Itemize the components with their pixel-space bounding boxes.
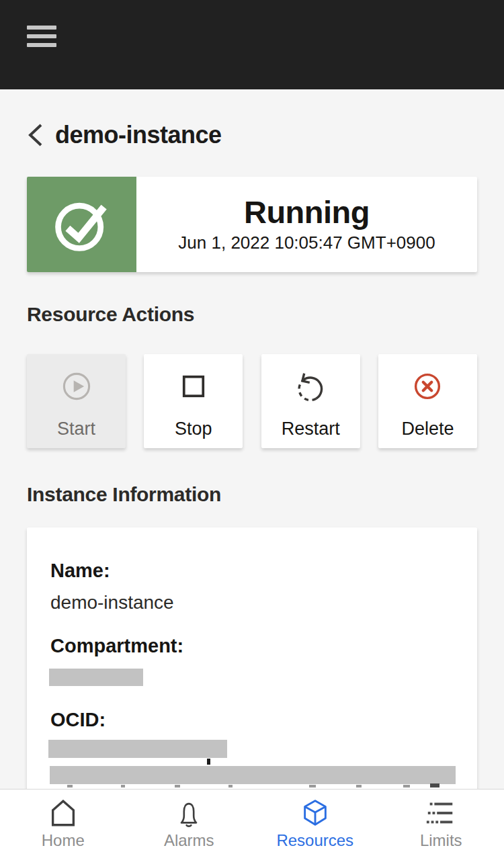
redacted-text-remnant bbox=[309, 785, 316, 787]
resource-actions-row: Start Stop Restart bbox=[27, 354, 477, 448]
stop-button[interactable]: Stop bbox=[144, 354, 243, 448]
ocid-redacted-value-bar bbox=[50, 766, 456, 784]
name-field-value: demo-instance bbox=[50, 592, 174, 613]
instance-information-heading: Instance Information bbox=[27, 483, 221, 506]
nav-item-limits[interactable]: Limits bbox=[378, 790, 504, 852]
instance-information-card: Name: demo-instance Compartment: OCID: bbox=[27, 527, 477, 796]
restart-button[interactable]: Restart bbox=[261, 354, 360, 448]
status-timestamp: Jun 1, 2022 10:05:47 GMT+0900 bbox=[178, 232, 435, 253]
redacted-text-remnant bbox=[228, 785, 233, 787]
nav-item-alarms-label: Alarms bbox=[164, 831, 214, 850]
restart-button-label: Restart bbox=[282, 419, 340, 439]
nav-item-resources[interactable]: Resources bbox=[252, 790, 378, 852]
app-screen: demo-instance Running Jun 1, 2022 10:05:… bbox=[0, 0, 504, 852]
ocid-field-label: OCID: bbox=[50, 709, 106, 731]
app-header bbox=[0, 0, 504, 89]
restart-circular-arrow-icon bbox=[290, 354, 331, 419]
start-button: Start bbox=[27, 354, 126, 448]
hamburger-menu-icon[interactable] bbox=[27, 26, 56, 47]
redacted-text-remnant bbox=[207, 759, 210, 765]
check-circle-icon bbox=[50, 192, 114, 257]
status-tile bbox=[27, 177, 136, 272]
ocid-redacted-value-bar bbox=[48, 740, 227, 758]
compartment-field-label: Compartment: bbox=[50, 635, 183, 657]
nav-item-resources-label: Resources bbox=[276, 831, 353, 850]
play-circle-icon bbox=[56, 354, 97, 419]
nav-item-alarms[interactable]: Alarms bbox=[126, 790, 253, 852]
name-field-label: Name: bbox=[50, 560, 110, 582]
status-state: Running bbox=[244, 196, 370, 228]
back-button[interactable] bbox=[27, 122, 47, 148]
delete-button-label: Delete bbox=[401, 419, 454, 439]
cube-icon bbox=[299, 797, 331, 829]
title-row: demo-instance bbox=[27, 120, 477, 151]
stop-square-icon bbox=[173, 354, 214, 419]
redacted-text-remnant bbox=[356, 785, 362, 787]
status-card: Running Jun 1, 2022 10:05:47 GMT+0900 bbox=[27, 177, 477, 272]
error-x-circle-icon bbox=[407, 354, 448, 419]
start-button-label: Start bbox=[57, 419, 95, 439]
redacted-text-remnant bbox=[403, 785, 410, 787]
nav-item-home[interactable]: Home bbox=[0, 790, 126, 852]
compartment-redacted-value-bar bbox=[49, 669, 143, 686]
redacted-text-remnant bbox=[67, 785, 73, 787]
page-title: demo-instance bbox=[55, 123, 222, 147]
nav-item-home-label: Home bbox=[42, 831, 85, 850]
redacted-text-remnant bbox=[121, 785, 125, 787]
chevron-left-icon bbox=[27, 123, 44, 147]
redacted-text-remnant bbox=[430, 783, 439, 787]
bell-icon bbox=[173, 797, 205, 829]
stop-button-label: Stop bbox=[175, 419, 212, 439]
delete-button[interactable]: Delete bbox=[378, 354, 477, 448]
bottom-nav: Home Alarms Resources bbox=[0, 789, 504, 852]
hamburger-bar bbox=[27, 26, 56, 30]
resource-actions-heading: Resource Actions bbox=[27, 303, 194, 326]
redacted-text-remnant bbox=[175, 785, 180, 787]
status-body: Running Jun 1, 2022 10:05:47 GMT+0900 bbox=[136, 177, 477, 272]
nav-item-limits-label: Limits bbox=[420, 831, 462, 850]
home-icon bbox=[47, 797, 79, 829]
hamburger-bar bbox=[27, 43, 56, 47]
limits-list-icon bbox=[425, 797, 457, 829]
hamburger-bar bbox=[27, 34, 56, 38]
